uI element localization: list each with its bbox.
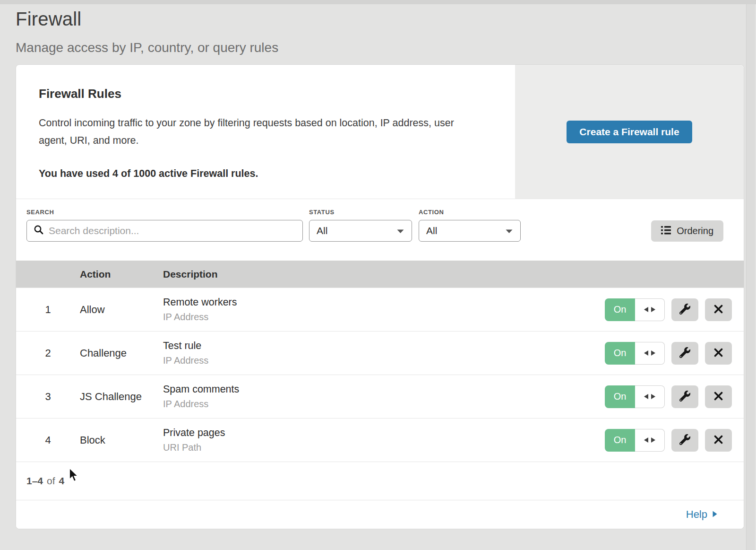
usage-summary: You have used 4 of 1000 active Firewall … xyxy=(39,168,482,180)
rule-description-cell: Spam comments IP Address xyxy=(163,384,605,410)
wrench-icon xyxy=(679,434,690,446)
chevron-down-icon xyxy=(505,225,513,236)
status-filter-group: STATUS All xyxy=(309,209,412,242)
firewall-rules-card: Firewall Rules Control incoming traffic … xyxy=(16,64,744,529)
search-icon xyxy=(34,225,44,237)
toggle-arrows-icon[interactable] xyxy=(635,385,665,408)
description-column-header: Description xyxy=(163,269,744,280)
table-row: 1 Allow Remote workers IP Address On xyxy=(16,288,744,331)
rule-description: Test rule xyxy=(163,340,605,352)
ordering-button[interactable]: Ordering xyxy=(651,220,723,242)
status-selected-value: All xyxy=(317,225,327,236)
rule-priority: 2 xyxy=(16,347,80,359)
rule-field: IP Address xyxy=(163,355,605,366)
help-footer: Help xyxy=(16,500,744,529)
section-title: Firewall Rules xyxy=(39,87,482,101)
edit-rule-button[interactable] xyxy=(671,429,698,452)
action-selected-value: All xyxy=(426,225,437,236)
rule-controls: On xyxy=(605,385,744,408)
wrench-icon xyxy=(679,391,690,403)
action-filter-group: ACTION All xyxy=(419,209,521,242)
rule-priority: 1 xyxy=(16,304,80,316)
help-link-label: Help xyxy=(686,508,707,521)
rule-description: Private pages xyxy=(163,427,605,439)
toggle-arrows-icon[interactable] xyxy=(635,298,665,321)
rule-priority: 4 xyxy=(16,434,80,446)
edit-rule-button[interactable] xyxy=(671,298,698,321)
table-row: 4 Block Private pages URI Path On xyxy=(16,418,744,462)
rule-description-cell: Test rule IP Address xyxy=(163,340,605,366)
toggle-on-label[interactable]: On xyxy=(605,298,635,321)
edit-rule-button[interactable] xyxy=(671,342,698,365)
search-filter-group: SEARCH xyxy=(26,209,303,242)
search-input[interactable] xyxy=(49,225,296,236)
close-icon xyxy=(713,348,723,359)
ordering-button-label: Ordering xyxy=(677,226,713,236)
pagination-of: of xyxy=(47,475,55,487)
page-subtitle: Manage access by IP, country, or query r… xyxy=(16,40,756,55)
rule-controls: On xyxy=(605,429,744,452)
close-icon xyxy=(713,435,723,446)
help-link[interactable]: Help xyxy=(686,508,718,521)
search-label: SEARCH xyxy=(26,209,303,216)
table-row: 2 Challenge Test rule IP Address On xyxy=(16,331,744,375)
rule-description-cell: Private pages URI Path xyxy=(163,427,605,453)
delete-rule-button[interactable] xyxy=(705,429,732,452)
status-select[interactable]: All xyxy=(309,220,412,242)
edit-rule-button[interactable] xyxy=(671,385,698,408)
delete-rule-button[interactable] xyxy=(705,342,732,365)
status-label: STATUS xyxy=(309,209,412,216)
action-column-header: Action xyxy=(80,269,163,280)
search-field-wrapper xyxy=(26,220,303,242)
section-description: Control incoming traffic to your zone by… xyxy=(39,114,482,149)
pagination: 1–4 of 4 xyxy=(16,462,744,500)
toggle-arrows-icon[interactable] xyxy=(635,429,665,452)
ordered-list-icon xyxy=(661,226,671,237)
action-select[interactable]: All xyxy=(419,220,521,242)
wrench-icon xyxy=(679,304,690,316)
rule-enable-toggle[interactable]: On xyxy=(605,342,665,365)
intro-text-block: Firewall Rules Control incoming traffic … xyxy=(16,65,515,199)
rule-action: Allow xyxy=(80,304,163,316)
rule-priority: 3 xyxy=(16,391,80,403)
toggle-on-label[interactable]: On xyxy=(605,342,635,365)
arrow-right-icon xyxy=(712,508,718,521)
cta-panel: Create a Firewall rule xyxy=(515,65,744,199)
toggle-on-label[interactable]: On xyxy=(605,429,635,452)
create-firewall-rule-button[interactable]: Create a Firewall rule xyxy=(567,121,692,143)
rule-enable-toggle[interactable]: On xyxy=(605,429,665,452)
close-icon xyxy=(713,391,723,402)
delete-rule-button[interactable] xyxy=(705,298,732,321)
rule-action: Challenge xyxy=(80,347,163,359)
rule-field: URI Path xyxy=(163,442,605,453)
rule-field: IP Address xyxy=(163,312,605,323)
rule-enable-toggle[interactable]: On xyxy=(605,298,665,321)
toggle-arrows-icon[interactable] xyxy=(635,342,665,365)
action-label: ACTION xyxy=(419,209,521,216)
chevron-down-icon xyxy=(396,225,404,236)
page-header: Firewall Manage access by IP, country, o… xyxy=(0,0,756,55)
pagination-range: 1–4 xyxy=(26,475,43,487)
page-title: Firewall xyxy=(16,9,756,30)
delete-rule-button[interactable] xyxy=(705,385,732,408)
table-header: Action Description xyxy=(16,261,744,288)
pagination-total: 4 xyxy=(59,475,65,487)
close-icon xyxy=(713,304,723,315)
rule-action: JS Challenge xyxy=(80,391,163,403)
rule-field: IP Address xyxy=(163,399,605,410)
window-top-edge xyxy=(0,0,756,4)
toggle-on-label[interactable]: On xyxy=(605,385,635,408)
rule-description: Spam comments xyxy=(163,384,605,395)
rule-enable-toggle[interactable]: On xyxy=(605,385,665,408)
rule-description: Remote workers xyxy=(163,297,605,308)
table-row: 3 JS Challenge Spam comments IP Address … xyxy=(16,375,744,418)
rule-action: Block xyxy=(80,434,163,446)
rule-controls: On xyxy=(605,298,744,321)
card-intro-section: Firewall Rules Control incoming traffic … xyxy=(16,65,744,199)
scrollbar-gutter[interactable] xyxy=(746,4,755,550)
rule-controls: On xyxy=(605,342,744,365)
filter-bar: SEARCH STATUS All ACTION All xyxy=(16,199,744,261)
wrench-icon xyxy=(679,347,690,359)
rule-description-cell: Remote workers IP Address xyxy=(163,297,605,323)
